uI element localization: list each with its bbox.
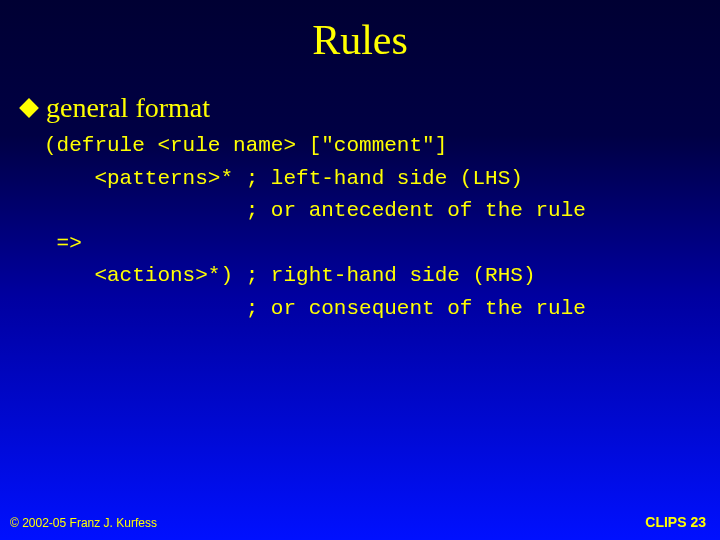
code-block: (defrule <rule name> ["comment"] <patter… <box>44 130 720 325</box>
slide: Rules general format (defrule <rule name… <box>0 0 720 540</box>
diamond-bullet-icon <box>19 98 39 118</box>
bullet-text: general format <box>46 92 210 124</box>
slide-title: Rules <box>0 0 720 64</box>
footer-page: CLIPS 23 <box>645 514 706 530</box>
footer-section-label: CLIPS <box>645 514 686 530</box>
bullet-item: general format <box>22 92 720 124</box>
footer-copyright: © 2002-05 Franz J. Kurfess <box>10 516 157 530</box>
footer-page-number: 23 <box>690 514 706 530</box>
